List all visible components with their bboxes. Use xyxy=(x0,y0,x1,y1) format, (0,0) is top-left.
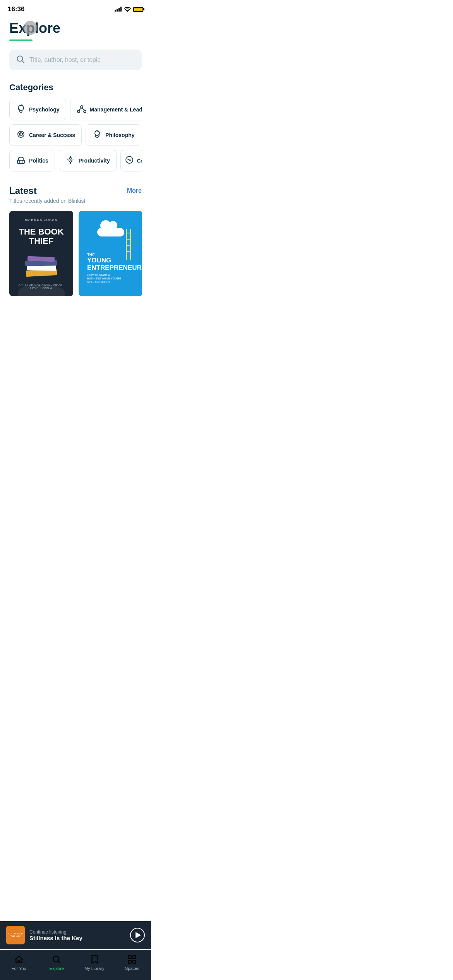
career-icon xyxy=(16,129,26,141)
svg-point-0 xyxy=(127,11,128,12)
categories-row-1: Psychology Management & Leadership xyxy=(9,99,142,120)
latest-subtitle: Titles recently added on Blinkist xyxy=(9,198,142,204)
svg-line-13 xyxy=(22,133,24,134)
productivity-icon xyxy=(65,155,76,166)
career-label: Career & Success xyxy=(29,132,75,138)
category-chip-career[interactable]: Career & Success xyxy=(9,124,82,146)
productivity-label: Productivity xyxy=(79,158,110,164)
categories-title: Categories xyxy=(9,82,142,93)
page-title: Explore xyxy=(9,20,142,36)
book-thief-author: MARKUS ZUSAK xyxy=(25,218,58,222)
latest-title: Latest xyxy=(9,185,37,196)
ye-subtitle: HOW TO START A BUSINESS WHILE YOU'RE STI… xyxy=(87,273,122,284)
books-row: MARKUS ZUSAK THE BOOK THIEF A HISTORICAL… xyxy=(9,211,142,296)
wifi-icon xyxy=(124,7,131,12)
book-card-young-entrepreneur[interactable]: THE YOUNG ENTREPRENEUR HOW TO START A BU… xyxy=(79,211,142,296)
book-card-book-thief[interactable]: MARKUS ZUSAK THE BOOK THIEF A HISTORICAL… xyxy=(9,211,73,296)
status-bar: 16:36 xyxy=(0,0,151,16)
svg-rect-4 xyxy=(20,111,22,112)
politics-icon xyxy=(16,155,26,166)
categories-row-2: Career & Success Philosophy xyxy=(9,124,142,146)
categories-row-3: Politics Productivity xyxy=(9,150,142,171)
category-chip-management[interactable]: Management & Leadership xyxy=(70,99,142,120)
status-time: 16:36 xyxy=(8,5,24,13)
svg-rect-16 xyxy=(17,160,24,163)
philosophy-label: Philosophy xyxy=(105,132,134,138)
category-chip-psychology[interactable]: Psychology xyxy=(9,99,66,120)
svg-point-5 xyxy=(81,106,83,108)
categories-section: Categories Psychology xyxy=(9,82,142,171)
latest-section: Latest More Titles recently added on Bli… xyxy=(9,185,142,296)
svg-point-6 xyxy=(77,110,80,113)
category-chip-politics[interactable]: Politics xyxy=(9,150,55,171)
svg-line-8 xyxy=(79,108,82,110)
communication-label: Commu... xyxy=(137,158,142,164)
management-icon xyxy=(77,104,87,115)
main-content: Explore Title, author, host, or topic Ca… xyxy=(0,16,151,358)
category-chip-productivity[interactable]: Productivity xyxy=(59,150,117,171)
politics-label: Politics xyxy=(29,158,48,164)
psychology-icon xyxy=(16,104,26,115)
latest-header: Latest More xyxy=(9,185,142,196)
more-link[interactable]: More xyxy=(127,187,142,194)
psychology-label: Psychology xyxy=(29,106,60,113)
svg-point-7 xyxy=(84,110,86,113)
signal-icon xyxy=(115,7,122,12)
book-thief-title: THE BOOK THIEF xyxy=(15,227,68,246)
philosophy-icon xyxy=(92,129,102,141)
svg-line-2 xyxy=(22,61,24,63)
title-underline xyxy=(9,39,33,41)
battery-icon xyxy=(133,7,143,12)
communication-icon xyxy=(125,155,134,166)
svg-line-9 xyxy=(82,108,85,110)
category-chip-communication[interactable]: Commu... xyxy=(120,150,142,171)
search-icon xyxy=(16,55,25,65)
page-title-wrap: Explore xyxy=(9,20,142,41)
search-placeholder: Title, author, host, or topic xyxy=(29,57,101,63)
status-icons xyxy=(115,7,143,12)
ye-title: YOUNG ENTREPRENEUR xyxy=(87,257,122,271)
management-label: Management & Leadership xyxy=(90,106,142,113)
categories-grid: Psychology Management & Leadership xyxy=(9,99,142,171)
avatar xyxy=(23,21,37,35)
category-chip-philosophy[interactable]: Philosophy xyxy=(86,124,141,146)
search-bar[interactable]: Title, author, host, or topic xyxy=(9,50,142,70)
